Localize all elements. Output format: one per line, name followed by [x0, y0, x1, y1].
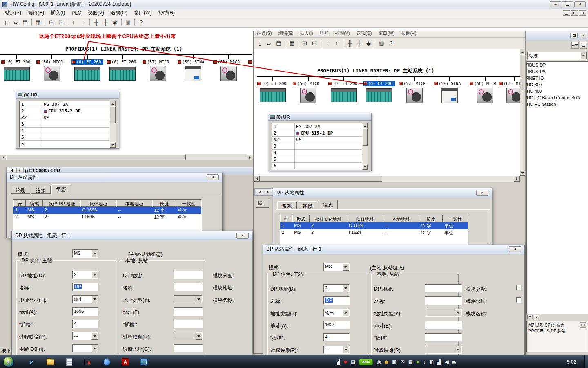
open-icon[interactable]: ▱: [11, 18, 20, 27]
rack-row-cpu[interactable]: 2CPU 315-2 DP: [20, 108, 109, 114]
help-icon[interactable]: ?: [136, 18, 146, 27]
dp-station-micromaster[interactable]: (56) MICR: [292, 81, 324, 105]
local-process-image-select[interactable]: [425, 346, 462, 354]
node-icon[interactable]: ◉: [364, 39, 373, 48]
dp-station-micromaster[interactable]: (60) MICR: [469, 81, 501, 105]
pdf-reader-icon[interactable]: A: [119, 357, 131, 367]
tab-general[interactable]: 常规: [277, 201, 297, 209]
dp-station-micromaster[interactable]: (56) MICR: [36, 59, 68, 83]
name-input[interactable]: DP: [323, 296, 350, 305]
rack-row[interactable]: 5: [272, 156, 362, 163]
chevron-down-icon[interactable]: [343, 263, 349, 271]
chevron-down-icon[interactable]: [455, 309, 461, 316]
menu-site[interactable]: 站点(S): [2, 9, 24, 17]
rack-row[interactable]: 4: [20, 128, 109, 134]
print-icon[interactable]: ▦: [287, 39, 296, 48]
mdi-close-button[interactable]: ×: [579, 10, 586, 16]
tab-configuration[interactable]: 组态: [318, 200, 338, 209]
menu-help[interactable]: 帮助(H): [398, 31, 419, 37]
upload-icon[interactable]: ↑: [78, 18, 88, 27]
dp-station-et200-selected[interactable]: (0) ET 200: [363, 81, 395, 105]
menu-edit[interactable]: 编辑(E): [275, 31, 297, 37]
minimize-button[interactable]: –: [550, 1, 561, 7]
chevron-down-icon[interactable]: [91, 271, 98, 278]
scroll-thumb[interactable]: [362, 128, 368, 146]
catalog-item-simatic-300[interactable]: SIMATIC 300: [527, 81, 588, 88]
new-icon[interactable]: ▯: [2, 18, 11, 27]
network-bus-icon[interactable]: ╪: [354, 39, 364, 48]
restore-button[interactable]: [570, 33, 578, 38]
canvas-hscrollbar[interactable]: [254, 176, 520, 182]
sort-icon[interactable]: [571, 42, 579, 49]
local-slot-input[interactable]: [174, 320, 203, 328]
swap-icon[interactable]: [580, 322, 586, 328]
network-nodes-icon[interactable]: ╫: [345, 39, 354, 48]
chevron-down-icon[interactable]: [91, 250, 98, 257]
scroll-thumb[interactable]: [110, 106, 116, 123]
menu-plc[interactable]: PLC: [68, 9, 84, 17]
download-icon[interactable]: ↓: [69, 18, 78, 27]
catalog-item-pc-based-control[interactable]: SIMATIC PC Based Control 300/: [527, 94, 588, 101]
save-icon[interactable]: ▤: [274, 39, 283, 48]
rack-row[interactable]: X2DP: [20, 114, 109, 121]
menu-insert[interactable]: 插入(I): [296, 31, 316, 37]
canvas-vscrollbar[interactable]: [520, 49, 525, 176]
maximize-button[interactable]: [562, 1, 573, 7]
nav-forward-icon[interactable]: [265, 190, 272, 195]
catalog-icon[interactable]: ▥: [377, 39, 386, 48]
dp-station-micromaster[interactable]: (61) MIC: [499, 81, 520, 105]
tray-app-icon[interactable]: ✉: [400, 359, 404, 364]
diagnostic-address-input[interactable]: [174, 344, 203, 352]
rack-scrollbar[interactable]: [362, 123, 368, 170]
rack-row[interactable]: 3: [272, 143, 362, 150]
expand-icon[interactable]: [534, 315, 539, 319]
action-center-flag-icon[interactable]: [452, 361, 456, 364]
start-button[interactable]: ⊞: [3, 357, 14, 367]
print-icon[interactable]: ▦: [33, 18, 43, 27]
upload-icon[interactable]: ↑: [332, 39, 341, 48]
network-nodes-icon[interactable]: ╫: [91, 18, 101, 27]
taskbar-clock[interactable]: 9:02: [567, 355, 576, 368]
local-name-input[interactable]: [425, 296, 462, 305]
mdi-restore-button[interactable]: [571, 10, 578, 16]
mode-select[interactable]: MS: [323, 263, 350, 271]
chevron-down-icon[interactable]: [91, 332, 98, 340]
menu-plc[interactable]: PLC: [316, 31, 332, 37]
dialog-titlebar[interactable]: DP 从站属性 - 组态 - 行 1 ×: [12, 231, 252, 240]
chevron-down-icon[interactable]: [580, 52, 587, 59]
scroll-right-icon[interactable]: [247, 154, 253, 160]
local-dp-address-input[interactable]: [425, 284, 462, 292]
canvas-hscrollbar[interactable]: [0, 154, 253, 160]
tray-app-icon[interactable]: ◧: [429, 359, 434, 364]
save-icon[interactable]: ▤: [20, 18, 30, 27]
new-icon[interactable]: ▯: [255, 39, 265, 48]
scroll-right-icon[interactable]: [514, 176, 520, 182]
rack-row[interactable]: 3: [20, 121, 109, 128]
mdi-minimize-button[interactable]: [563, 10, 570, 16]
dp-station-sinamics[interactable]: (59) SINA: [434, 81, 466, 105]
scroll-thumb[interactable]: [6, 154, 186, 160]
tab-general[interactable]: 常规: [11, 186, 30, 194]
network-bus-icon[interactable]: ╪: [101, 18, 110, 27]
close-button[interactable]: ×: [236, 233, 249, 239]
show-desktop-button[interactable]: [584, 355, 588, 368]
table-row[interactable]: 2MS2I 1696--12 字单位: [13, 214, 201, 221]
tray-app-icon[interactable]: ◉: [376, 359, 381, 364]
chevron-down-icon[interactable]: [343, 346, 349, 353]
notepad-icon[interactable]: [63, 357, 75, 367]
internet-explorer-icon[interactable]: e: [25, 357, 38, 367]
menu-site[interactable]: 站点(S): [254, 31, 275, 37]
table-row-selected[interactable]: 1MS2O 1696--12 字单位: [13, 207, 201, 214]
profibus-line[interactable]: [257, 76, 520, 77]
address-input[interactable]: 1624: [323, 321, 350, 329]
dp-station-et200[interactable]: (0) ET 200: [1, 59, 33, 83]
main-titlebar[interactable]: HW Config - [300_1_Linea (配置) -- 2020072…: [0, 0, 588, 9]
address-type-select[interactable]: 输出: [323, 309, 350, 317]
close-button[interactable]: ×: [207, 174, 219, 180]
rack-titlebar[interactable]: (0) UR: [268, 113, 371, 121]
menu-help[interactable]: 帮助(H): [155, 9, 178, 17]
rack-row[interactable]: 6: [272, 163, 362, 169]
media-app-icon[interactable]: [82, 357, 94, 367]
collapse-icon[interactable]: [527, 315, 533, 319]
local-dp-address-input[interactable]: [174, 271, 203, 279]
